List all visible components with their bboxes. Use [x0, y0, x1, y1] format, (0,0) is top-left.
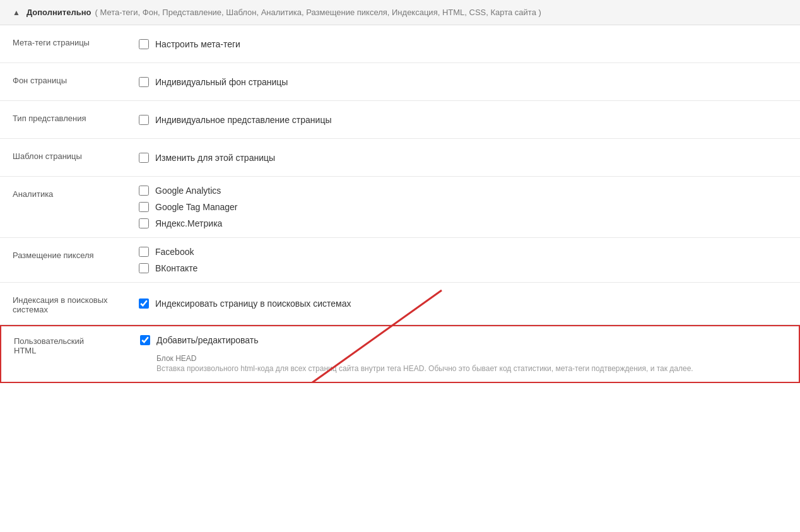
label-background-checkbox[interactable]: Индивидуальный фон страницы — [155, 77, 288, 87]
row-custom-html: ПользовательскийHTML Добавить/редактиров… — [0, 325, 800, 383]
label-custom-html: ПользовательскийHTML — [1, 326, 127, 382]
checkbox-item-facebook: Facebook — [139, 247, 787, 257]
label-meta-tags: Мета-теги страницы — [0, 25, 126, 62]
label-pixel: Размещение пикселя — [0, 238, 126, 282]
label-meta-tags-checkbox[interactable]: Настроить мета-теги — [155, 39, 240, 49]
label-facebook[interactable]: Facebook — [155, 247, 194, 257]
label-view-type: Тип представления — [0, 101, 126, 138]
label-indexing-checkbox[interactable]: Индексировать страницу в поисковых систе… — [155, 299, 351, 309]
content-pixel: Facebook ВКонтакте — [126, 238, 800, 282]
row-indexing: Индексация в поисковых системах Индексир… — [0, 283, 800, 325]
checkbox-item-background: Индивидуальный фон страницы — [139, 77, 787, 87]
section-title: Дополнительно — [26, 8, 91, 17]
checkbox-google-tag-manager[interactable] — [139, 202, 149, 212]
label-template: Шаблон страницы — [0, 139, 126, 176]
checkbox-yandex-metrika[interactable] — [139, 218, 149, 228]
label-vkontakte[interactable]: ВКонтакте — [155, 263, 197, 273]
checkbox-template[interactable] — [139, 153, 149, 163]
settings-table: Мета-теги страницы Настроить мета-теги Ф… — [0, 25, 800, 383]
content-view-type: Индивидуальное представление страницы — [126, 101, 800, 138]
checkbox-meta-tags[interactable] — [139, 39, 149, 49]
content-template: Изменить для этой страницы — [126, 139, 800, 176]
page-wrapper: ▲ Дополнительно ( Мета-теги, Фон, Предст… — [0, 0, 800, 383]
content-meta-tags: Настроить мета-теги — [126, 25, 800, 62]
checkbox-item-google-tag-manager: Google Tag Manager — [139, 202, 787, 212]
sub-title-head-block: Блок HEAD — [156, 354, 786, 363]
checkbox-custom-html[interactable] — [140, 335, 150, 345]
section-subtitle: ( Мета-теги, Фон, Представление, Шаблон,… — [95, 8, 541, 17]
label-yandex-metrika[interactable]: Яндекс.Метрика — [155, 218, 222, 228]
row-pixel: Размещение пикселя Facebook ВКонтакте — [0, 238, 800, 283]
row-background: Фон страницы Индивидуальный фон страницы — [0, 63, 800, 101]
checkbox-vkontakte[interactable] — [139, 263, 149, 273]
label-google-tag-manager[interactable]: Google Tag Manager — [155, 202, 238, 212]
checkbox-google-analytics[interactable] — [139, 186, 149, 196]
checkbox-item-view-type: Индивидуальное представление страницы — [139, 115, 787, 125]
content-indexing: Индексировать страницу в поисковых систе… — [126, 283, 800, 324]
checkbox-indexing[interactable] — [139, 299, 149, 309]
sub-description-head-block: Вставка произвольного html-кода для всех… — [156, 364, 786, 373]
checkbox-item-meta-tags: Настроить мета-теги — [139, 39, 787, 49]
checkbox-item-yandex-metrika: Яндекс.Метрика — [139, 218, 787, 228]
row-analytics: Аналитика Google Analytics Google Tag Ma… — [0, 177, 800, 238]
content-custom-html: Добавить/редактировать Блок HEAD Вставка… — [127, 326, 799, 382]
label-background: Фон страницы — [0, 63, 126, 100]
toggle-icon[interactable]: ▲ — [13, 8, 20, 17]
checkbox-facebook[interactable] — [139, 247, 149, 257]
label-template-checkbox[interactable]: Изменить для этой страницы — [155, 153, 275, 163]
label-view-type-checkbox[interactable]: Индивидуальное представление страницы — [155, 115, 331, 125]
content-background: Индивидуальный фон страницы — [126, 63, 800, 100]
page-container: ▲ Дополнительно ( Мета-теги, Фон, Предст… — [0, 0, 800, 383]
checkbox-view-type[interactable] — [139, 115, 149, 125]
label-custom-html-checkbox[interactable]: Добавить/редактировать — [156, 335, 259, 345]
label-google-analytics[interactable]: Google Analytics — [155, 186, 221, 196]
row-template: Шаблон страницы Изменить для этой страни… — [0, 139, 800, 177]
checkbox-item-template: Изменить для этой страницы — [139, 153, 787, 163]
row-view-type: Тип представления Индивидуальное предста… — [0, 101, 800, 139]
checkbox-item-indexing: Индексировать страницу в поисковых систе… — [139, 299, 787, 309]
checkbox-item-google-analytics: Google Analytics — [139, 186, 787, 196]
checkbox-item-vkontakte: ВКонтакте — [139, 263, 787, 273]
label-indexing: Индексация в поисковых системах — [0, 283, 126, 324]
section-header: ▲ Дополнительно ( Мета-теги, Фон, Предст… — [0, 0, 800, 25]
row-meta-tags: Мета-теги страницы Настроить мета-теги — [0, 25, 800, 63]
content-analytics: Google Analytics Google Tag Manager Янде… — [126, 177, 800, 237]
label-analytics: Аналитика — [0, 177, 126, 237]
checkbox-background[interactable] — [139, 77, 149, 87]
checkbox-item-custom-html: Добавить/редактировать — [140, 335, 786, 345]
